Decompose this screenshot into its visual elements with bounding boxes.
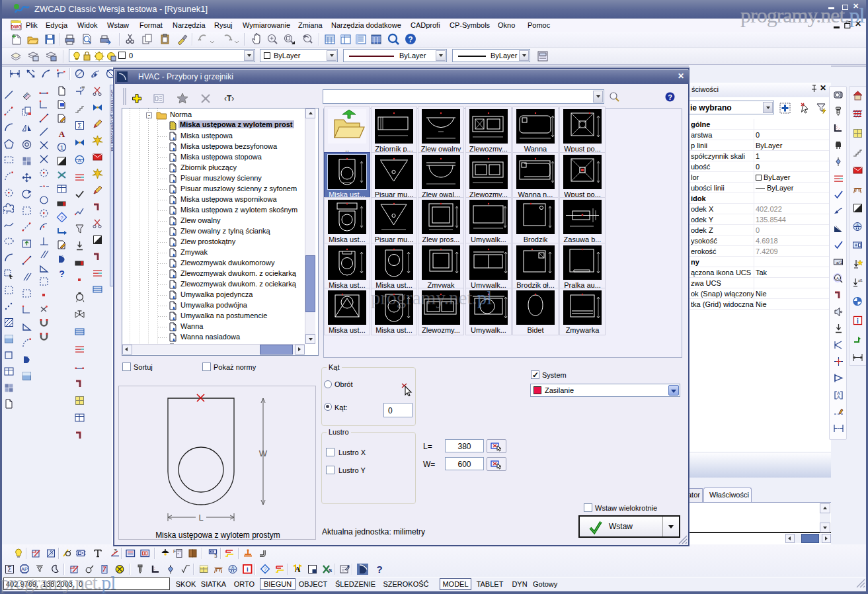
svg-text:i: i xyxy=(857,318,859,325)
svg-text:S: S xyxy=(329,568,333,573)
svg-text:±0.0: ±0.0 xyxy=(858,278,863,282)
svg-text:?: ? xyxy=(376,564,382,575)
svg-text:?: ? xyxy=(668,93,672,101)
svg-text:A: A xyxy=(836,276,839,280)
svg-text:A: A xyxy=(856,223,859,227)
svg-text:3: 3 xyxy=(214,553,217,559)
svg-text:DWG: DWG xyxy=(11,24,22,29)
svg-text:L: L xyxy=(198,513,203,523)
svg-text:1: 1 xyxy=(840,260,843,265)
svg-text:F: F xyxy=(173,549,176,554)
svg-text:W: W xyxy=(259,448,268,458)
svg-text:A: A xyxy=(78,157,82,163)
svg-text:?: ? xyxy=(60,215,63,221)
svg-text:Σ: Σ xyxy=(7,566,11,573)
svg-text:Σ: Σ xyxy=(77,122,81,130)
svg-text:1: 1 xyxy=(60,144,63,151)
svg-text:AP: AP xyxy=(21,566,28,572)
svg-text:A: A xyxy=(231,566,234,570)
svg-text:A: A xyxy=(295,565,301,574)
svg-text:A: A xyxy=(59,129,65,139)
svg-text:?: ? xyxy=(59,269,65,278)
svg-text:?: ? xyxy=(264,566,266,572)
svg-text:?: ? xyxy=(408,35,413,44)
svg-text:i: i xyxy=(247,566,249,573)
svg-text:A: A xyxy=(837,395,840,400)
